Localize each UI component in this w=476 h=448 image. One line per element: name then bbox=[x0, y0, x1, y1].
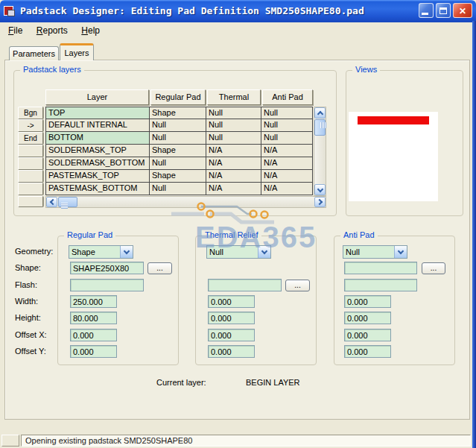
menu-reports[interactable]: Reports bbox=[31, 22, 73, 38]
shape-label: Shape: bbox=[15, 263, 41, 272]
anti-pad-geometry-dropdown[interactable]: Null bbox=[343, 245, 407, 259]
row-marker-blank[interactable] bbox=[18, 157, 43, 170]
cell-thermal-relief[interactable]: Null bbox=[206, 107, 261, 119]
anti-pad-browse-button[interactable]: ... bbox=[422, 262, 445, 274]
cell-thermal-relief[interactable]: N/A bbox=[206, 145, 261, 157]
row-marker-bgn[interactable]: Bgn bbox=[18, 107, 43, 119]
cell-anti-pad[interactable]: N/A bbox=[261, 157, 313, 170]
dropdown-button[interactable] bbox=[120, 246, 133, 258]
cell-anti-pad[interactable]: N/A bbox=[261, 170, 313, 183]
dropdown-button[interactable] bbox=[394, 246, 407, 258]
column-header-thermal-relief[interactable]: Thermal Relief bbox=[207, 89, 261, 105]
vertical-scroll-thumb[interactable] bbox=[314, 119, 326, 136]
grid-horizontal-scrollbar[interactable] bbox=[45, 196, 326, 208]
cell-thermal-relief[interactable]: Null bbox=[206, 119, 261, 132]
flash-label: Flash: bbox=[15, 280, 37, 289]
window-right-border bbox=[472, 21, 476, 448]
cell-anti-pad[interactable]: Null bbox=[261, 132, 313, 145]
column-header-anti-pad[interactable]: Anti Pad bbox=[262, 89, 313, 105]
regular-pad-geometry-dropdown[interactable]: Shape bbox=[69, 245, 133, 259]
row-marker-arrow[interactable]: -> bbox=[18, 119, 43, 132]
cell-layer[interactable]: PASTEMASK_TOP bbox=[45, 170, 150, 183]
minimize-button[interactable] bbox=[419, 3, 434, 18]
grid-vertical-scrollbar[interactable] bbox=[314, 107, 326, 196]
row-marker-end[interactable]: End bbox=[18, 132, 43, 145]
cell-regular-pad[interactable]: Shape bbox=[150, 170, 206, 183]
scroll-right-button[interactable] bbox=[314, 197, 326, 207]
thermal-relief-geometry-dropdown[interactable]: Null bbox=[206, 245, 271, 259]
column-header-regular-pad[interactable]: Regular Pad bbox=[150, 89, 206, 105]
scroll-up-button[interactable] bbox=[314, 107, 326, 119]
cell-regular-pad[interactable]: Null bbox=[150, 119, 206, 132]
thermal-relief-width-field[interactable]: 0.000 bbox=[208, 295, 255, 308]
pad-preview-canvas bbox=[349, 112, 438, 201]
row-marker-blank[interactable] bbox=[18, 183, 43, 195]
regular-pad-offset-y-field[interactable]: 0.000 bbox=[70, 345, 117, 358]
anti-pad-height-field[interactable]: 0.000 bbox=[344, 312, 391, 324]
cell-regular-pad[interactable]: Null bbox=[150, 157, 206, 170]
cell-layer[interactable]: PASTEMASK_BOTTOM bbox=[45, 183, 150, 195]
thermal-relief-group-title: Thermal Relief bbox=[202, 230, 261, 239]
anti-pad-shape-field[interactable] bbox=[344, 262, 417, 274]
column-header-layer[interactable]: Layer bbox=[45, 89, 149, 105]
tab-parameters[interactable]: Parameters bbox=[9, 46, 59, 60]
regular-pad-offset-x-field[interactable]: 0.000 bbox=[70, 329, 117, 341]
row-marker-blank[interactable] bbox=[18, 170, 43, 183]
horizontal-scroll-thumb[interactable] bbox=[58, 197, 77, 207]
scroll-left-button[interactable] bbox=[46, 197, 57, 207]
dropdown-button[interactable] bbox=[258, 246, 270, 258]
anti-pad-width-field[interactable]: 0.000 bbox=[344, 295, 391, 308]
cell-layer[interactable]: DEFAULT INTERNAL bbox=[45, 119, 150, 132]
cell-anti-pad[interactable]: Null bbox=[261, 119, 313, 132]
menu-help[interactable]: Help bbox=[76, 22, 105, 38]
menu-file[interactable]: File bbox=[3, 22, 28, 38]
close-button[interactable] bbox=[453, 3, 472, 18]
cell-anti-pad[interactable]: N/A bbox=[261, 183, 313, 195]
row-marker-blank[interactable] bbox=[18, 145, 43, 157]
anti-pad-group-title: Anti Pad bbox=[340, 230, 378, 239]
cell-thermal-relief[interactable]: Null bbox=[206, 132, 261, 145]
table-row: TOP Shape Null Null bbox=[45, 107, 313, 119]
regular-pad-width-field[interactable]: 250.000 bbox=[70, 295, 117, 308]
anti-pad-geometry-value: Null bbox=[343, 246, 394, 258]
offset-x-label: Offset X: bbox=[15, 330, 47, 339]
cell-layer[interactable]: SOLDERMASK_BOTTOM bbox=[45, 157, 150, 170]
tab-layers[interactable]: Layers bbox=[60, 43, 94, 60]
thermal-relief-offset-x-field[interactable]: 0.000 bbox=[208, 329, 255, 341]
window-title: Padstack Designer: Editing Pad Definitio… bbox=[20, 0, 364, 22]
cell-layer[interactable]: BOTTOM bbox=[45, 132, 150, 145]
padstack-layers-group-title: Padstack layers bbox=[20, 65, 84, 74]
chevron-left-icon bbox=[50, 199, 56, 205]
cell-thermal-relief[interactable]: N/A bbox=[206, 183, 261, 195]
regular-pad-flash-field[interactable] bbox=[70, 279, 144, 291]
padstack-designer-window: Padstack Designer: Editing Pad Definitio… bbox=[0, 0, 476, 448]
cell-anti-pad[interactable]: N/A bbox=[261, 145, 313, 157]
table-row: BOTTOM Null Null Null bbox=[45, 132, 313, 145]
current-layer-label: Current layer: bbox=[156, 378, 206, 387]
thermal-relief-offset-y-field[interactable]: 0.000 bbox=[208, 345, 255, 358]
cell-thermal-relief[interactable]: N/A bbox=[206, 157, 261, 170]
cell-regular-pad[interactable]: Null bbox=[150, 183, 206, 195]
cell-thermal-relief[interactable]: N/A bbox=[206, 170, 261, 183]
app-icon bbox=[3, 4, 16, 18]
anti-pad-offset-x-field[interactable]: 0.000 bbox=[344, 329, 391, 341]
regular-pad-shape-browse-button[interactable]: ... bbox=[147, 262, 172, 274]
scroll-down-button[interactable] bbox=[314, 184, 326, 195]
regular-pad-shape-field[interactable]: SHAPE250X80 bbox=[70, 262, 144, 274]
regular-pad-height-field[interactable]: 80.000 bbox=[70, 312, 117, 324]
cell-layer[interactable]: SOLDERMASK_TOP bbox=[45, 145, 150, 157]
cell-layer[interactable]: TOP bbox=[45, 107, 150, 119]
cell-regular-pad[interactable]: Null bbox=[150, 132, 206, 145]
minimize-icon bbox=[422, 13, 428, 15]
current-layer-value: BEGIN LAYER bbox=[246, 378, 300, 387]
maximize-button[interactable] bbox=[436, 3, 451, 18]
row-marker-blank[interactable] bbox=[18, 196, 43, 207]
cell-regular-pad[interactable]: Shape bbox=[150, 107, 206, 119]
anti-pad-offset-y-field[interactable]: 0.000 bbox=[344, 345, 391, 358]
thermal-relief-height-field[interactable]: 0.000 bbox=[208, 312, 255, 324]
cell-anti-pad[interactable]: Null bbox=[261, 107, 313, 119]
thermal-relief-browse-button[interactable]: ... bbox=[285, 280, 310, 291]
cell-regular-pad[interactable]: Shape bbox=[150, 145, 206, 157]
thermal-relief-flash-field[interactable] bbox=[208, 279, 282, 291]
anti-pad-flash-field[interactable] bbox=[344, 279, 417, 291]
